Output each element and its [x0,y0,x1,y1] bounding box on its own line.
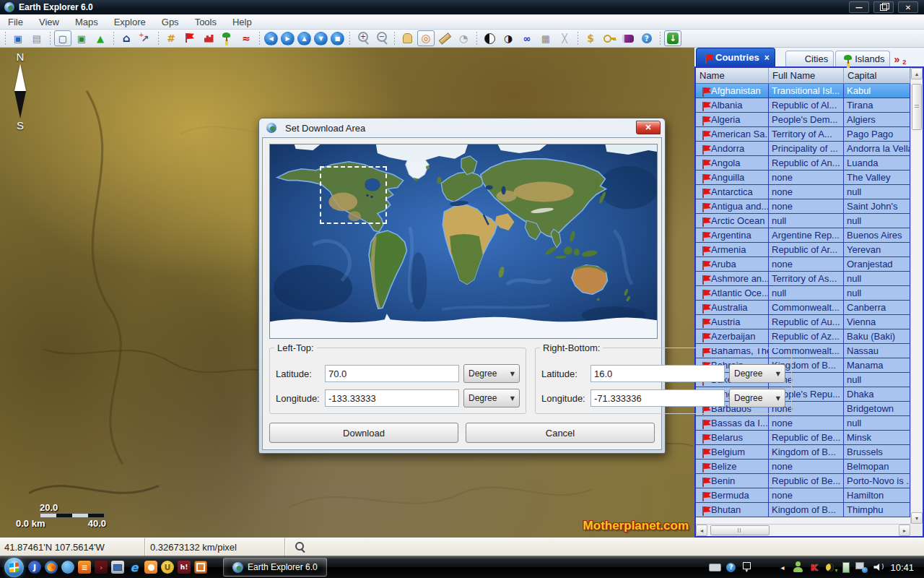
horizontal-scrollbar[interactable]: ◂ ▸ [696,524,910,536]
table-row[interactable]: Antigua and...noneSaint John's [696,199,910,214]
grid-icon[interactable] [162,30,180,46]
table-row[interactable]: BeninRepublic of Be...Porto-Novo is .. [696,474,910,488]
table-row[interactable]: AlbaniaRepublic of Al...Tirana [696,98,910,113]
world-map-preview[interactable] [269,144,658,339]
tab-countries[interactable]: Countries× [696,48,775,66]
horizontal-scroll-track[interactable] [770,525,899,536]
menu-help[interactable]: Help [225,14,260,29]
nav-right-icon[interactable] [281,32,295,46]
scroll-down-button[interactable]: ▾ [911,512,923,524]
seismic-icon[interactable] [237,30,255,46]
home-icon[interactable] [118,30,135,46]
view-plain-icon[interactable] [54,30,71,46]
save-icon[interactable] [9,30,27,46]
table-row[interactable]: BelarusRepublic of Be...Minsk [696,431,910,445]
restore-button[interactable] [873,1,894,13]
dart-red-icon[interactable] [95,561,108,574]
vertical-scroll-track[interactable] [911,130,923,512]
view-image-icon[interactable] [73,30,90,46]
islands-icon[interactable] [219,30,236,46]
table-row[interactable]: BhutanKingdom of B...Thimphu [696,503,910,517]
right-bottom-longitude-input[interactable] [590,389,725,407]
currency-icon[interactable] [582,30,599,46]
network-icon[interactable] [855,561,868,573]
scroll-left-button[interactable]: ◂ [696,525,707,536]
left-top-latitude-unit-dropdown[interactable]: Degree ▼ [463,364,520,383]
license-icon[interactable] [601,30,618,46]
table-row[interactable]: ArgentinaArgentine Rep...Buenos Aires [696,228,910,243]
table-row[interactable]: American Sa...Territory of A...Pago Pago [696,127,910,142]
view-terrain-icon[interactable] [92,30,109,46]
about-icon[interactable] [638,30,655,46]
kaspersky-icon[interactable] [808,561,820,573]
right-bottom-latitude-input[interactable] [590,365,725,382]
left-top-latitude-input[interactable] [325,365,459,382]
table-row[interactable]: AfghanistanTransitional Isl...Kabul [696,84,910,98]
table-row[interactable]: AzerbaijanRepublic of Az...Baku (Baki) [696,329,910,344]
table-row[interactable]: AngolaRepublic of An...Luanda [696,156,910,171]
nav-stop-icon[interactable] [331,32,344,46]
flashget-icon[interactable] [78,561,91,574]
menu-tools[interactable]: Tools [187,14,225,29]
ruler-icon[interactable] [436,30,453,46]
nav-up-icon[interactable] [297,32,311,46]
menu-maps[interactable]: Maps [67,14,106,29]
download-icon[interactable] [664,30,681,46]
tab-islands[interactable]: Islands [835,51,890,66]
close-button[interactable]: ✕ [898,1,918,13]
keyboard-icon[interactable] [709,561,721,573]
table-row[interactable]: Bassas da I...nonenull [696,416,910,431]
table-row[interactable]: Atlantic Oce...nullnull [696,286,910,301]
right-bottom-longitude-unit-dropdown[interactable]: Degree ▼ [729,389,785,407]
vertical-scroll-thumb[interactable] [912,84,922,130]
table-row[interactable]: AndorraPrincipality of ...Andorra la Vel… [696,142,910,156]
ie-icon[interactable] [128,561,141,574]
right-bottom-latitude-unit-dropdown[interactable]: Degree ▼ [729,364,785,383]
dialog-title-bar[interactable]: Set Download Area ✕ [262,118,662,137]
table-row[interactable]: BermudanoneHamilton [696,488,910,503]
table-row[interactable]: ArmeniaRepublic of Ar...Yerevan [696,243,910,257]
print-icon[interactable] [28,30,45,46]
find-icon[interactable] [518,30,536,46]
contrast-icon[interactable] [500,30,517,46]
fly-to-icon[interactable] [136,30,154,46]
table-row[interactable]: AustraliaCommonwealt...Canberra [696,301,910,315]
user-icon[interactable] [792,561,804,573]
globe-blue-icon[interactable] [61,561,74,574]
calculator-icon[interactable] [537,30,554,46]
zoom-out-icon[interactable] [372,30,390,46]
manual-icon[interactable] [619,30,637,46]
window-popup-icon[interactable] [741,561,753,573]
letter-j-icon[interactable] [28,561,41,574]
cancel-button[interactable]: Cancel [466,423,655,443]
power-saver-icon[interactable] [824,561,836,573]
nav-left-icon[interactable] [264,32,278,46]
scroll-up-button[interactable]: ▴ [911,68,923,79]
column-header[interactable]: Full Name [769,68,844,84]
pan-icon[interactable] [398,30,416,46]
nav-down-icon[interactable] [314,32,328,46]
column-header[interactable]: Name [696,68,769,84]
left-top-longitude-unit-dropdown[interactable]: Degree ▼ [463,389,520,407]
day-night-icon[interactable] [481,30,498,46]
dialog-close-button[interactable]: ✕ [636,121,661,134]
hi-icon[interactable] [178,561,191,574]
menu-gps[interactable]: Gps [154,14,187,29]
table-row[interactable]: BelgiumKingdom of B...Brussels [696,445,910,460]
rotate-icon[interactable] [455,30,472,46]
table-row[interactable]: Arctic Oceannullnull [696,214,910,228]
search-button[interactable] [286,538,313,556]
tab-close-icon[interactable]: × [764,53,770,63]
table-row[interactable]: ArubanoneOranjestad [696,257,910,272]
zoom-in-icon[interactable] [354,30,371,46]
table-row[interactable]: AlgeriaPeople's Dem...Algiers [696,113,910,127]
left-top-longitude-input[interactable] [325,389,459,407]
flag-icon[interactable] [181,30,199,46]
usb-icon[interactable] [840,561,852,573]
tab-cities[interactable]: Cities [785,51,834,66]
menu-explore[interactable]: Explore [106,14,154,29]
vertical-scrollbar[interactable]: ▴ ▾ [910,68,923,524]
table-row[interactable]: BelizenoneBelmopan [696,460,910,474]
cities-icon[interactable] [200,30,217,46]
table-row[interactable]: Antarcticanonenull [696,185,910,199]
